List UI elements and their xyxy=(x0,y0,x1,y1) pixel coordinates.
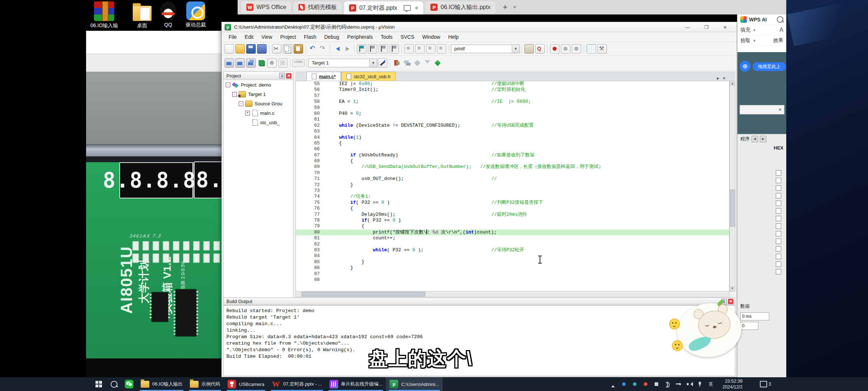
editor-tab-stc32-stc8-usb-h[interactable]: stc32_stc8_usb.h xyxy=(341,72,396,81)
gray-b-icon[interactable] xyxy=(572,44,581,54)
input-language-indicator[interactable]: 英 xyxy=(708,381,714,387)
stop-build-icon[interactable] xyxy=(278,58,288,68)
undo-icon[interactable] xyxy=(309,45,317,53)
taskbar-clock[interactable]: 23:52:392024/12/2 xyxy=(719,378,746,390)
save-all-icon[interactable] xyxy=(257,44,267,54)
gray-a-icon[interactable] xyxy=(561,44,570,54)
translate-icon[interactable] xyxy=(225,58,234,68)
menu-window[interactable]: Window xyxy=(418,33,444,41)
scroll-down-icon[interactable]: ▼ xyxy=(730,286,735,291)
mini-dialog[interactable]: ✕ xyxy=(740,105,784,114)
bookmark-clear-icon[interactable] xyxy=(390,44,399,54)
breakpoint-red-icon[interactable] xyxy=(393,59,401,67)
nav-back-icon[interactable] xyxy=(333,45,341,53)
desktop-icon-winrar[interactable]: 06.IO输入输 xyxy=(89,1,120,29)
hex-checkbox-4[interactable] xyxy=(737,199,786,207)
tree-item-project-demo[interactable]: -Project: demo xyxy=(224,80,293,89)
hex-checkbox-5[interactable] xyxy=(737,207,786,215)
tray-dot-blue-icon[interactable] xyxy=(621,381,627,387)
tree-item-source-grou[interactable]: -Source Grou xyxy=(224,99,293,108)
tray-chev-icon[interactable] xyxy=(610,381,616,387)
batch-arrow-icon[interactable] xyxy=(267,58,277,68)
tree-item-main-c[interactable]: +main.c xyxy=(224,108,293,118)
load-button[interactable]: LOAD xyxy=(292,59,305,67)
browse-book-icon[interactable] xyxy=(524,44,534,54)
code-editor[interactable]: 55 IE2 |= 0x80;//使能USB中断56 Timer0_Init()… xyxy=(295,81,729,291)
taskbar-wechat[interactable] xyxy=(121,377,137,391)
pin-icon[interactable]: д xyxy=(279,73,285,79)
desktop-icon-qq[interactable]: QQ xyxy=(153,1,184,28)
editor-vscrollbar[interactable]: ▲ ▼ xyxy=(729,81,735,291)
hex-checkbox-8[interactable] xyxy=(737,230,786,237)
tray-bt-icon[interactable] xyxy=(664,381,670,387)
drag-upload-button[interactable]: 拖拽至此上 xyxy=(753,62,786,71)
tab-close-icon[interactable]: ✕ xyxy=(723,76,726,81)
project-close-icon[interactable]: ✕ xyxy=(286,73,292,79)
menu-svcs[interactable]: SVCS xyxy=(396,33,418,41)
tray-dot-red-icon[interactable] xyxy=(643,381,648,387)
hex-checkbox-11[interactable] xyxy=(737,253,786,260)
indent-more-icon[interactable] xyxy=(415,44,425,54)
hex-checkbox-12[interactable] xyxy=(737,260,786,268)
desktop-icon-driver[interactable]: 驱动总裁 xyxy=(180,1,211,28)
close-button[interactable]: ✕ xyxy=(716,22,735,32)
rebuild-icon[interactable] xyxy=(246,58,256,68)
build-output-header[interactable]: Build Output д ✕ xyxy=(223,298,735,305)
funnel-icon[interactable] xyxy=(423,59,432,67)
tray-usb-icon[interactable] xyxy=(675,381,681,387)
save-icon[interactable] xyxy=(246,44,256,54)
wps-tab-1[interactable]: 找稻壳模板 xyxy=(293,1,342,13)
menu-project[interactable]: Project xyxy=(276,33,300,41)
build-output-log[interactable]: Rebuild started: Project: demoRebuild ta… xyxy=(223,305,735,376)
hex-checkbox-6[interactable] xyxy=(737,215,786,222)
menu-debug[interactable]: Debug xyxy=(320,33,343,41)
debug-red-icon[interactable] xyxy=(550,44,559,54)
find-magnifier-icon[interactable] xyxy=(535,44,545,54)
tree-expander-icon[interactable]: + xyxy=(245,111,250,115)
tray-dot-teal-icon[interactable] xyxy=(632,381,638,387)
wps-tab-2[interactable]: P07.定时器.pptx xyxy=(344,1,423,14)
menu-flash[interactable]: Flash xyxy=(300,33,320,41)
taskbar-folder-示例代码[interactable]: 示例代码 xyxy=(186,377,224,391)
nav-forward-icon[interactable] xyxy=(343,45,352,53)
taskbar-folder-06-io输入输出[interactable]: 06.IO输入输出 xyxy=(137,377,186,391)
chevron-down-icon[interactable]: ▼ xyxy=(512,45,519,53)
minimize-button[interactable]: — xyxy=(678,22,697,32)
menu-peripherals[interactable]: Peripherals xyxy=(343,33,377,41)
maximize-button[interactable]: ❐ xyxy=(697,22,716,32)
next-page-icon[interactable]: ▶ xyxy=(760,136,766,142)
hex-checkbox-13[interactable] xyxy=(737,268,786,276)
tray-mic-icon[interactable] xyxy=(697,381,703,387)
taskbar-wps-07-定时器-pptx-[interactable]: W07.定时器.pptx - ... xyxy=(268,377,326,391)
layout-combo-icon[interactable] xyxy=(587,44,596,54)
tree-expander-icon[interactable]: - xyxy=(226,83,230,87)
editor-tab-main-c-[interactable]: main.c* xyxy=(306,72,341,81)
hex-checkbox-10[interactable] xyxy=(737,245,786,253)
editor-hscrollbar[interactable] xyxy=(295,291,729,297)
taskbar-keil-c-users-admini-[interactable]: μC:\Users\Admini... xyxy=(386,377,443,391)
layers-icon[interactable] xyxy=(403,59,412,67)
wps-tab-3[interactable]: P06.IO输入输出.pptx xyxy=(425,1,495,13)
open-icon[interactable] xyxy=(235,44,245,54)
search-icon[interactable] xyxy=(777,16,783,23)
wps-ai-row[interactable]: WPS AI xyxy=(737,14,786,25)
pick-row[interactable]: 拾取 ▼ 效果 xyxy=(737,35,786,46)
tray-spk-icon[interactable] xyxy=(686,381,692,387)
menu-edit[interactable]: Edit xyxy=(241,33,258,41)
bookmark-prev-icon[interactable] xyxy=(368,44,377,54)
build-icon[interactable] xyxy=(235,58,245,68)
hex-checkbox-1[interactable] xyxy=(737,177,786,184)
hex-checkbox-0[interactable] xyxy=(737,169,786,177)
tab-menu-button[interactable]: ˅ xyxy=(513,4,516,10)
bookmark-icon[interactable] xyxy=(357,44,366,54)
tree-expander-icon[interactable]: - xyxy=(239,101,243,106)
prev-page-icon[interactable]: ◀ xyxy=(752,136,758,142)
paste-icon[interactable] xyxy=(294,44,303,54)
cut-icon[interactable] xyxy=(272,44,281,54)
tree-item-target-1[interactable]: -Target 1 xyxy=(224,89,293,99)
taskbar-mcu-单片机在线升级编-[interactable]: 单片机在线升级编... xyxy=(326,377,386,391)
uncomment-icon[interactable] xyxy=(437,44,446,54)
tree-item-stc-usb-[interactable]: stc_usb_ xyxy=(224,118,293,127)
menu-tools[interactable]: Tools xyxy=(377,33,397,41)
notification-button[interactable]: 3 xyxy=(751,381,776,387)
